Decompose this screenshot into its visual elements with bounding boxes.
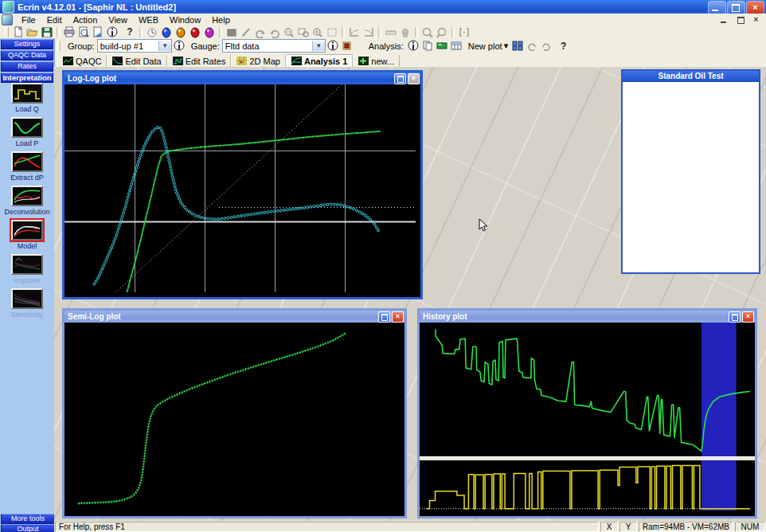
group-value: build-up #1 <box>98 41 158 51</box>
undo-icon <box>253 26 268 38</box>
oil-gem-icon[interactable] <box>174 26 188 38</box>
close-button[interactable]: × <box>408 73 420 84</box>
menu-view[interactable]: View <box>103 14 133 25</box>
menu-window[interactable]: Window <box>164 14 206 25</box>
load-q-icon <box>13 84 41 102</box>
link-brackets-icon <box>457 26 471 38</box>
tool-model[interactable]: Model <box>0 220 54 250</box>
oil-test-title[interactable]: Standard Oil Test <box>623 71 759 82</box>
semilog-plot-canvas[interactable] <box>64 323 400 511</box>
statusbar: For Help, press F1 X Y Ram=94MB - VM=62M… <box>54 521 766 532</box>
analysis-info-icon[interactable] <box>406 40 420 52</box>
close-button[interactable]: × <box>392 311 404 323</box>
info-icon[interactable] <box>105 26 119 38</box>
help-icon[interactable]: ? <box>123 26 137 38</box>
save-icon[interactable] <box>40 26 54 38</box>
green-panel-icon[interactable] <box>435 40 449 52</box>
load-p-icon <box>13 119 41 136</box>
menu-edit[interactable]: Edit <box>41 14 68 25</box>
chevron-down-icon[interactable]: ▾ <box>312 41 325 51</box>
toolbar-grip[interactable] <box>5 27 9 37</box>
copy-analysis-icon[interactable] <box>420 40 435 52</box>
deconvolution-icon <box>13 187 41 205</box>
close-button[interactable]: × <box>742 311 754 323</box>
menu-help[interactable]: Help <box>206 14 236 25</box>
gauge-label: Gauge: <box>191 41 220 51</box>
history-rate-canvas[interactable] <box>420 460 750 510</box>
print-icon[interactable] <box>62 26 76 38</box>
redo-icon <box>268 26 282 38</box>
status-help-text: For Help, press F1 <box>55 522 599 532</box>
tool-extract-dp[interactable]: Extract dP <box>0 151 54 182</box>
sidebar-item-more-tools[interactable]: More tools <box>1 514 55 524</box>
sensitivity-icon <box>13 290 41 307</box>
maximize-button[interactable] <box>394 73 406 84</box>
new-plot-button[interactable]: New plot <box>468 41 502 51</box>
tab-analysis-1[interactable]: Analysis 1 <box>286 54 353 67</box>
fill-rect-icon <box>225 26 239 38</box>
menu-file[interactable]: File <box>16 14 41 25</box>
sidebar-item-output[interactable]: Output <box>1 524 55 532</box>
menu-web[interactable]: WEB <box>133 14 164 25</box>
group-info-icon[interactable] <box>172 40 186 52</box>
tab-2d-map[interactable]: 2D Map <box>231 55 286 67</box>
red-gem-icon[interactable] <box>188 26 202 38</box>
tool-load-q[interactable]: Load Q <box>0 83 54 113</box>
gauge-settings-icon[interactable] <box>340 40 354 52</box>
print-preview-icon[interactable] <box>76 26 91 38</box>
tool-load-p[interactable]: Load P <box>0 117 54 147</box>
history-titlebar[interactable]: History plot × <box>420 311 755 323</box>
tab-new[interactable]: new... <box>353 55 400 67</box>
menubar: File Edit Action View WEB Window Help × <box>0 14 766 26</box>
oil-test-panel: Standard Oil Test <box>621 69 760 274</box>
menu-action[interactable]: Action <box>68 14 104 25</box>
minimize-button[interactable] <box>708 1 726 14</box>
extract-dp-icon <box>13 153 41 170</box>
sidebar-item-qaqc-data[interactable]: QAQC Data <box>1 50 53 61</box>
tab-edit-data[interactable]: Edit Data <box>107 55 166 67</box>
edit-data-tab-icon <box>112 57 123 65</box>
magnifier-plus-icon <box>420 26 435 38</box>
gauge-combobox[interactable]: Fltd data ▾ <box>222 39 326 53</box>
tile-windows-icon[interactable] <box>510 40 525 52</box>
maximize-button[interactable] <box>378 311 390 323</box>
semilog-titlebar[interactable]: Semi-Log plot × <box>64 311 404 323</box>
qaqc-tab-icon <box>63 57 73 65</box>
close-button[interactable]: × <box>746 1 764 14</box>
child-restore-button[interactable] <box>733 14 747 25</box>
purple-gem-icon[interactable] <box>202 26 217 38</box>
sidebar-item-rates[interactable]: Rates <box>1 61 53 72</box>
open-folder-icon[interactable] <box>25 26 40 38</box>
titlebar[interactable]: Ecrin v4.12.01 - [Saphir NL : Untitled2]… <box>0 0 766 14</box>
export-report-icon[interactable] <box>91 26 105 38</box>
table-icon[interactable] <box>449 40 463 52</box>
context-help-icon[interactable]: ? <box>557 40 571 52</box>
history-pressure-canvas[interactable] <box>420 323 750 456</box>
gauge-info-icon[interactable] <box>326 40 340 52</box>
tab-edit-rates[interactable]: Edit Rates <box>167 55 232 67</box>
tab-qaqc[interactable]: QAQC <box>57 55 107 67</box>
window-title: Ecrin v4.12.01 - [Saphir NL : Untitled2] <box>18 2 176 12</box>
sidebar-item-settings[interactable]: Settings <box>1 39 53 49</box>
water-gem-icon[interactable] <box>159 26 174 38</box>
tool-deconvolution[interactable]: Deconvolution <box>0 186 54 216</box>
group-combobox[interactable]: build-up #1 ▾ <box>97 39 172 53</box>
loglog-plot-canvas[interactable] <box>64 84 416 292</box>
restore-button[interactable] <box>727 1 745 14</box>
loglog-titlebar[interactable]: Log-Log plot × <box>64 72 420 84</box>
chevron-down-icon[interactable]: ▾ <box>158 41 171 51</box>
application-window: Ecrin v4.12.01 - [Saphir NL : Untitled2]… <box>0 0 766 532</box>
oil-test-body[interactable] <box>623 82 759 271</box>
zoom-window-icon <box>296 26 311 38</box>
child-minimize-button[interactable] <box>717 14 731 25</box>
toolbar-grip[interactable] <box>57 41 61 51</box>
app-icon <box>2 1 14 13</box>
maximize-button[interactable] <box>729 311 741 323</box>
new-file-icon[interactable] <box>11 26 25 38</box>
new-plot-dropdown-icon[interactable]: ▾ <box>502 40 510 52</box>
child-close-button[interactable]: × <box>749 14 763 25</box>
clock-icon[interactable] <box>145 26 159 38</box>
sidebar-item-interpretation[interactable]: Interpretation <box>1 72 53 83</box>
new-tab-icon <box>358 57 369 65</box>
analysis-toolbar: Group: build-up #1 ▾ Gauge: Fltd data ▾ … <box>54 38 766 54</box>
